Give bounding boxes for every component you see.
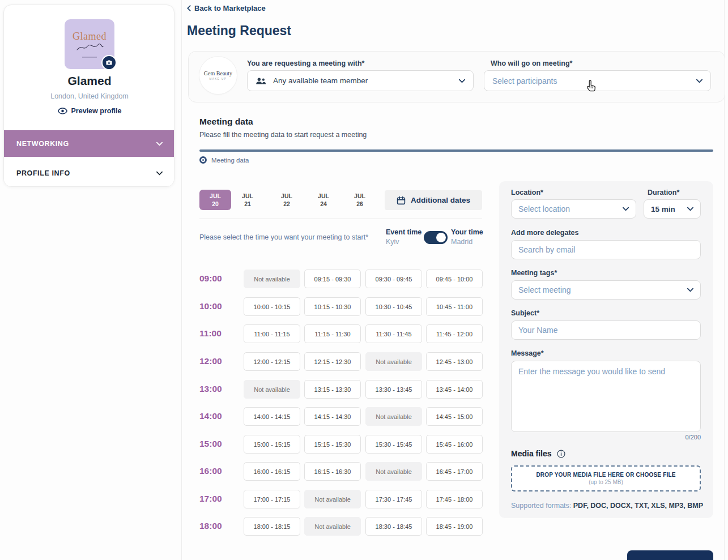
meeting-tags-placeholder: Select meeting <box>518 285 571 294</box>
sidebar-section-networking[interactable]: NETWORKING <box>4 130 174 157</box>
time-slot[interactable]: 15:00 - 15:15 <box>244 435 300 454</box>
dropzone-text: DROP YOUR MEDIA FILE HERE OR <box>536 472 636 478</box>
additional-dates-label: Additional dates <box>411 196 470 204</box>
profile-info-label: PROFILE INFO <box>16 169 70 177</box>
your-time-label: Your time <box>451 228 483 236</box>
participants-label: Who will go on meeting* <box>491 59 572 67</box>
event-time-block: Event time Kyiv <box>386 228 422 246</box>
date-tab-jul-24[interactable]: JUL 24 <box>308 190 339 210</box>
date-tab-jul-20[interactable]: JUL 20 <box>199 190 231 210</box>
content-left-divider <box>181 0 182 560</box>
date-tab-jul-22[interactable]: JUL 22 <box>271 190 303 210</box>
time-slot[interactable]: 11:00 - 11:15 <box>244 324 300 343</box>
edit-photo-button[interactable] <box>101 55 117 70</box>
time-slot[interactable]: 17:45 - 18:00 <box>426 490 483 508</box>
time-slot[interactable]: 14:45 - 15:00 <box>426 407 483 426</box>
tabs-divider <box>199 219 482 219</box>
additional-dates-button[interactable]: Additional dates <box>385 190 482 210</box>
time-slot[interactable]: 13:15 - 13:30 <box>304 380 361 399</box>
back-to-marketplace-link[interactable]: Back to Marketplace <box>187 4 266 12</box>
time-slot[interactable]: 10:30 - 10:45 <box>365 297 422 316</box>
time-slot[interactable]: 13:30 - 13:45 <box>365 380 422 399</box>
time-slot[interactable]: 15:30 - 15:45 <box>365 435 422 454</box>
date-day: 22 <box>283 200 290 208</box>
time-slot[interactable]: 16:45 - 17:00 <box>426 462 483 481</box>
target-company-logo: Gem Beauty MAKE UP <box>199 57 237 94</box>
time-slot[interactable]: 11:45 - 12:00 <box>426 324 483 343</box>
delegates-search-input[interactable] <box>511 240 701 259</box>
date-day: 24 <box>320 200 327 208</box>
request-meeting-button[interactable]: Request meeting <box>627 550 713 560</box>
meeting-data-title: Meeting data <box>199 117 253 127</box>
time-slot[interactable]: 17:30 - 17:45 <box>365 490 422 508</box>
networking-label: NETWORKING <box>16 140 69 148</box>
calendar-icon <box>397 196 406 205</box>
location-select[interactable]: Select location <box>511 199 636 219</box>
time-slot[interactable]: 10:00 - 10:15 <box>244 297 300 316</box>
time-slot[interactable]: 11:15 - 11:30 <box>304 324 361 343</box>
time-slot[interactable]: 09:15 - 09:30 <box>304 270 361 288</box>
date-tab-jul-21[interactable]: JUL 21 <box>232 190 263 210</box>
preview-profile-link[interactable]: Preview profile <box>4 107 174 115</box>
time-slot[interactable]: 12:00 - 12:15 <box>244 352 300 371</box>
time-slot[interactable]: 15:15 - 15:30 <box>304 435 361 454</box>
time-slot[interactable]: 09:30 - 09:45 <box>365 270 422 288</box>
time-select-prompt: Please select the time you want your mee… <box>199 233 368 241</box>
time-slot[interactable]: 13:45 - 14:00 <box>426 380 483 399</box>
team-member-select[interactable]: Any available team member <box>247 70 474 91</box>
media-dropzone[interactable]: DROP YOUR MEDIA FILE HERE OR CHOOSE FILE… <box>511 465 701 491</box>
choose-file-link[interactable]: CHOOSE FILE <box>636 472 676 478</box>
info-icon[interactable] <box>557 450 565 458</box>
company-logo-text: Glamed <box>73 31 107 42</box>
time-slot: Not available <box>304 490 361 508</box>
time-slot[interactable]: 12:45 - 13:00 <box>426 352 483 371</box>
time-slot[interactable]: 18:30 - 18:45 <box>365 517 422 536</box>
timezone-toggle[interactable] <box>424 231 448 244</box>
team-member-select-value: Any available team member <box>273 76 368 85</box>
company-name: Glamed <box>4 74 174 88</box>
time-slot[interactable]: 11:30 - 11:45 <box>365 324 422 343</box>
time-row-label: 14:00 <box>199 411 239 421</box>
time-row-label: 09:00 <box>199 273 239 284</box>
page-title: Meeting Request <box>187 23 291 39</box>
meeting-request-card: Gem Beauty MAKE UP You are requesting a … <box>188 51 725 102</box>
event-time-city: Kyiv <box>386 238 422 246</box>
supported-formats-values: PDF, DOC, DOCX, TXT, XLS, MP3, BMP <box>571 502 703 510</box>
meeting-tags-select[interactable]: Select meeting <box>511 280 701 300</box>
toggle-knob <box>436 233 446 242</box>
time-slot[interactable]: 14:15 - 14:30 <box>304 407 361 426</box>
message-textarea[interactable] <box>511 361 701 432</box>
time-slot[interactable]: 16:15 - 16:30 <box>304 462 361 481</box>
sidebar-section-profile-info[interactable]: PROFILE INFO <box>4 160 174 186</box>
time-row-label: 13:00 <box>199 384 239 394</box>
time-row-label: 10:00 <box>199 301 239 311</box>
step-progress-bar <box>199 149 713 152</box>
duration-select[interactable]: 15 min <box>644 199 701 219</box>
time-slot[interactable]: 18:45 - 19:00 <box>426 517 483 536</box>
time-slot[interactable]: 15:45 - 16:00 <box>426 435 483 454</box>
step-indicator: Meeting data <box>199 156 249 164</box>
time-slot[interactable]: 10:45 - 11:00 <box>426 297 483 316</box>
time-slot[interactable]: 17:00 - 17:15 <box>244 490 300 508</box>
subject-input[interactable] <box>511 320 701 340</box>
your-time-city: Madrid <box>451 238 483 246</box>
time-slot[interactable]: 18:00 - 18:15 <box>244 517 300 536</box>
location-label: Location* <box>511 189 543 196</box>
chevron-left-icon <box>187 5 191 11</box>
time-row-label: 12:00 <box>199 356 239 366</box>
time-slot[interactable]: 12:15 - 12:30 <box>304 352 361 371</box>
event-time-label: Event time <box>386 228 422 236</box>
date-month: JUL <box>210 192 221 200</box>
location-select-placeholder: Select location <box>518 204 570 213</box>
time-slot: Not available <box>304 517 361 536</box>
date-day: 26 <box>356 200 363 208</box>
time-slot[interactable]: 09:45 - 10:00 <box>426 270 483 288</box>
company-location: London, United Kingdom <box>4 92 174 100</box>
delegates-label: Add more delegates <box>511 229 578 237</box>
date-tab-jul-26[interactable]: JUL 26 <box>344 190 376 210</box>
meeting-data-subtitle: Please fill the meeting data to start re… <box>199 131 367 139</box>
participants-select[interactable]: Select participants <box>484 70 711 91</box>
time-slot[interactable]: 10:15 - 10:30 <box>304 297 361 316</box>
time-slot[interactable]: 14:00 - 14:15 <box>244 407 300 426</box>
time-slot[interactable]: 16:00 - 16:15 <box>244 462 300 481</box>
